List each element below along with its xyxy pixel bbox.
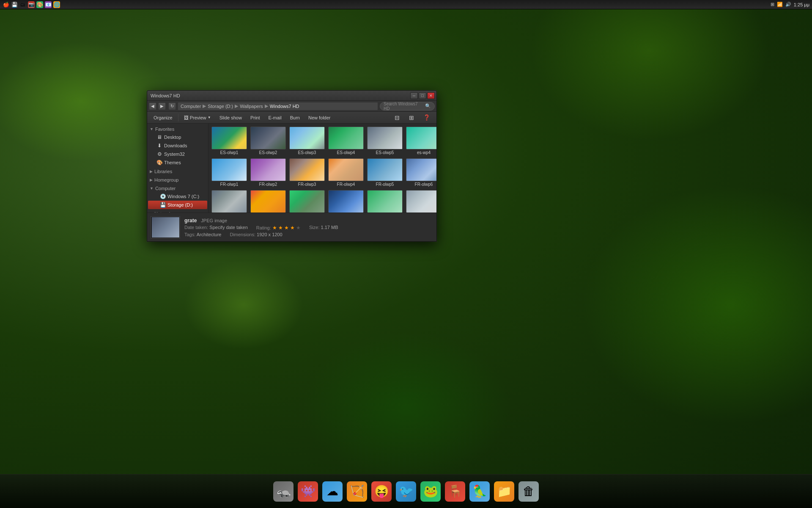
themes-label: Themes	[164, 160, 181, 165]
system32-icon: ⚙	[156, 151, 162, 157]
sidebar-item-themes[interactable]: 🎨 Themes	[148, 158, 207, 167]
thumb-fr-wp2[interactable]: fr-wp2	[249, 189, 287, 213]
star-1[interactable]: ★	[272, 225, 277, 231]
close-button[interactable]: ✕	[427, 92, 435, 99]
sidebar-item-downloads[interactable]: ⬇ Downloads	[148, 141, 207, 150]
wifi-icon: 📶	[777, 2, 783, 7]
thumb-fr-wp6[interactable]: fr-wp6	[366, 189, 404, 213]
thumb-label-fr-olwp2: FR-olwp2	[250, 182, 286, 187]
path-wallpapers: Wallpapers	[240, 104, 263, 109]
back-button[interactable]: ◀	[149, 102, 156, 110]
address-path[interactable]: Computer ▶ Storage (D:) ▶ Wallpapers ▶ W…	[178, 102, 378, 110]
refresh-button[interactable]: ↻	[168, 102, 176, 110]
thumb-gb-wp1[interactable]: gb-wp1	[405, 189, 436, 213]
dock-cloud[interactable]: ☁	[321, 480, 343, 502]
thumb-fr-olwp3[interactable]: FR-olwp3	[288, 157, 326, 188]
thumb-es-olwp4[interactable]: ES-olwp4	[327, 125, 365, 156]
grid-row-1: ES-olwp1 ES-olwp2 ES-olwp3 ES-olwp4 ES-o…	[210, 125, 435, 156]
thumb-fr-wp4[interactable]: fr-wp4	[327, 189, 365, 213]
print-button[interactable]: Print	[247, 113, 264, 122]
star-4[interactable]: ★	[290, 225, 295, 231]
thumb-es-olwp3[interactable]: ES-olwp3	[288, 125, 326, 156]
status-details-row2: Tags: Architecture Dimensions: 1920 x 12…	[184, 232, 433, 237]
file-grid: ES-olwp1 ES-olwp2 ES-olwp3 ES-olwp4 ES-o…	[208, 124, 436, 213]
help-button[interactable]: ❓	[420, 113, 434, 122]
thumb-es-olwp1[interactable]: ES-olwp1	[210, 125, 248, 156]
app4-icon[interactable]: 🌐	[53, 1, 60, 8]
sidebar-item-c-drive[interactable]: 💿 Windows 7 (C:)	[148, 192, 207, 201]
d-drive-label: Storage (D:)	[167, 202, 193, 207]
dock-face[interactable]: 😝	[370, 480, 392, 502]
thumb-fr-olwp6[interactable]: FR-olwp6	[405, 157, 436, 188]
dock-creature[interactable]: 👾	[297, 480, 319, 502]
sidebar-item-desktop[interactable]: 🖥 Desktop	[148, 133, 207, 141]
d-drive-icon: 💾	[160, 202, 166, 208]
thumb-fr-olwp5[interactable]: FR-olwp5	[366, 157, 404, 188]
date-taken-value[interactable]: Specify date taken	[209, 225, 248, 230]
view-details-button[interactable]: ⊟	[391, 113, 403, 122]
dock-badger[interactable]: 🦡	[272, 480, 294, 502]
minimize-button[interactable]: ─	[410, 92, 418, 99]
thumb-img-fr-wp4	[328, 190, 364, 213]
app2-icon[interactable]: 🎨	[36, 1, 43, 8]
star-2[interactable]: ★	[278, 225, 283, 231]
status-dimensions-group: Dimensions: 812 x 508	[230, 232, 282, 237]
burn-button[interactable]: Burn	[286, 113, 304, 122]
thumb-es-olwp5[interactable]: ES-olwp5	[366, 125, 404, 156]
thumb-es-wp4[interactable]: es-wp4	[405, 125, 436, 156]
content-area: ▼ Favorites 🖥 Desktop ⬇ Downloads ⚙ Syst…	[147, 124, 436, 213]
grid-row-2: FR-olwp1 FR-olwp2 FR-olwp3 FR-olwp4 FR-o…	[210, 157, 435, 188]
thumb-fr-olwp4[interactable]: FR-olwp4	[327, 157, 365, 188]
apple-icon[interactable]: 🍎	[3, 1, 9, 8]
libraries-header[interactable]: ▶ Libraries	[147, 168, 208, 175]
favorites-header[interactable]: ▼ Favorites	[147, 125, 208, 133]
status-size-group: Size: 1.17 MB	[309, 225, 338, 231]
tags-value[interactable]: Architecture	[197, 232, 222, 237]
dock-chair[interactable]: 🪑	[444, 480, 466, 502]
thumb-img-es-olwp4	[328, 127, 364, 149]
hdd-icon[interactable]: 💾	[11, 1, 18, 8]
maximize-button[interactable]: □	[419, 92, 426, 99]
computer-header[interactable]: ▼ Computer	[147, 185, 208, 192]
star-5[interactable]: ★	[296, 225, 301, 231]
dock-trash[interactable]: 🗑	[518, 480, 540, 502]
dimensions-label: Dimensions:	[230, 232, 255, 237]
app3-icon[interactable]: 📧	[45, 1, 52, 8]
status-thumb-img	[152, 217, 179, 237]
dock-bird2[interactable]: 🦜	[469, 480, 491, 502]
thumb-fr-olwp1[interactable]: FR-olwp1	[210, 157, 248, 188]
dock-frog[interactable]: 🐸	[420, 480, 442, 502]
sidebar-item-system32[interactable]: ⚙ System32	[148, 150, 207, 158]
homegroup-header[interactable]: ▶ Homegroup	[147, 176, 208, 184]
thumb-fr-wp3[interactable]: fr-wp3	[288, 189, 326, 213]
address-bar: ◀ ▶ ↻ Computer ▶ Storage (D:) ▶ Wallpape…	[147, 101, 436, 112]
preview-button[interactable]: 🖼 Preview ▼	[180, 113, 215, 122]
dock-folder[interactable]: 📁	[493, 480, 515, 502]
finder-icon[interactable]: 🗂	[19, 1, 26, 8]
status-name-row: grate JPEG image	[184, 218, 433, 224]
thumb-es-olwp2[interactable]: ES-olwp2	[249, 125, 287, 156]
status-bar: grate JPEG image Date taken: Specify dat…	[147, 213, 436, 241]
new-folder-button[interactable]: New folder	[304, 113, 335, 122]
trash-icon: 🗑	[518, 481, 539, 502]
star-3[interactable]: ★	[284, 225, 289, 231]
dock-bird[interactable]: 🐦	[395, 480, 417, 502]
dock-arrow[interactable]: 🏹	[346, 480, 368, 502]
status-filetype: JPEG image	[201, 218, 227, 223]
thumb-fr-olwp2[interactable]: FR-olwp2	[249, 157, 287, 188]
organize-button[interactable]: Organize	[150, 113, 176, 122]
slideshow-button[interactable]: Slide show	[216, 113, 246, 122]
search-icon[interactable]: 🔍	[425, 103, 431, 109]
search-box[interactable]: Search Windows7 HD 🔍	[380, 102, 435, 110]
forward-button[interactable]: ▶	[158, 102, 166, 110]
thumb-fr-wp1[interactable]: fr-wp1	[210, 189, 248, 213]
sidebar-item-d-drive[interactable]: 💾 Storage (D:)	[148, 201, 207, 209]
thumb-img-es-olwp5	[367, 127, 403, 149]
downloads-label: Downloads	[164, 143, 187, 148]
view-grid-button[interactable]: ⊞	[405, 113, 418, 122]
expand-icon[interactable]: ⊞	[771, 2, 774, 7]
cloud-icon: ☁	[322, 481, 343, 502]
rating-label: Rating:	[256, 225, 271, 230]
email-button[interactable]: E-mail	[265, 113, 285, 122]
app1-icon[interactable]: 📷	[28, 1, 35, 8]
